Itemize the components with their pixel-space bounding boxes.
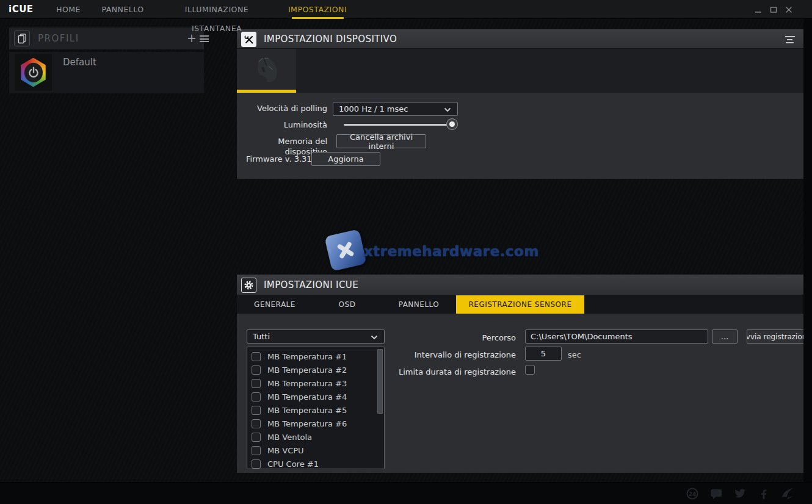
device-memory-label: Memoria del dispositivo — [237, 136, 327, 146]
start-recording-button[interactable]: Avvia registrazione — [747, 329, 803, 344]
list-item[interactable]: MB Temperatura #5 — [247, 403, 384, 417]
clear-internal-files-button[interactable]: Cancella archivi interni — [336, 134, 426, 148]
sensor-filter-dropdown[interactable]: Tutti — [247, 329, 385, 344]
sensor-list: MB Temperatura #1 MB Temperatura #2 MB T… — [247, 347, 385, 469]
polling-rate-value: 1000 Hz / 1 msec — [339, 104, 408, 113]
icue-settings-panel: IMPOSTAZIONI ICUE GENERALE OSD PANNELLO … — [237, 275, 803, 473]
profile-avatar — [15, 54, 52, 91]
sensor-label: MB Temperatura #1 — [267, 352, 347, 361]
twitter-icon[interactable] — [733, 486, 747, 501]
footer-bar: 24 — [0, 482, 812, 504]
sensor-label: MB Ventola — [267, 433, 312, 442]
tab-generale[interactable]: GENERALE — [237, 295, 313, 314]
list-item[interactable]: CPU Core #1 — [247, 457, 384, 470]
device-tab-mouse[interactable] — [237, 49, 296, 93]
checkbox-icon[interactable] — [252, 379, 261, 388]
checkbox-icon[interactable] — [252, 406, 261, 415]
list-item[interactable]: MB Ventola — [247, 430, 384, 444]
chat-icon[interactable] — [709, 486, 723, 501]
svg-text:24: 24 — [689, 491, 697, 497]
path-input[interactable] — [525, 329, 708, 344]
list-item[interactable]: MB VCPU — [247, 444, 384, 457]
watermark: xtremehardware.com — [324, 229, 488, 273]
checkbox-icon[interactable] — [252, 459, 261, 469]
chevron-down-icon — [371, 335, 378, 340]
sensor-label: CPU Core #1 — [267, 459, 319, 469]
chevron-down-icon — [444, 107, 451, 112]
pages-icon — [14, 31, 30, 46]
profiles-header: PROFILI + — [9, 27, 204, 49]
icue-panel-title: IMPOSTAZIONI ICUE — [264, 275, 358, 295]
window-edge — [803, 19, 812, 482]
icue-panel-header: IMPOSTAZIONI ICUE — [237, 275, 803, 295]
checkbox-icon[interactable] — [252, 352, 261, 361]
facebook-icon[interactable] — [756, 486, 771, 501]
brightness-label: Luminosità — [237, 120, 327, 130]
limit-duration-checkbox[interactable] — [525, 365, 535, 375]
brightness-slider-track[interactable] — [344, 124, 452, 126]
checkbox-icon[interactable] — [252, 365, 261, 375]
list-item[interactable]: MB Temperatura #2 — [247, 363, 384, 376]
device-panel-title: IMPOSTAZIONI DISPOSITIVO — [264, 29, 397, 49]
mouse-image — [248, 54, 285, 87]
device-tabstrip — [237, 49, 803, 93]
nav-illuminazione-istantanea[interactable]: ILLUMINAZIONE ISTANTANEA — [162, 0, 272, 19]
sensor-label: MB Temperatura #3 — [267, 379, 347, 388]
browse-button[interactable]: ... — [712, 329, 738, 344]
checkbox-icon[interactable] — [252, 392, 261, 401]
tab-pannello[interactable]: PANNELLO — [382, 295, 456, 314]
profile-item-default[interactable]: Default — [9, 52, 204, 93]
device-settings-panel: IMPOSTAZIONI DISPOSITIVO Velocità di pol… — [237, 29, 803, 179]
recording-interval-label: Intervallo di registrazione — [371, 350, 516, 360]
icue-tabstrip: GENERALE OSD PANNELLO REGISTRAZIONE SENS… — [237, 295, 803, 314]
tab-registrazione-sensore-active[interactable]: REGISTRAZIONE SENSORE — [456, 295, 584, 314]
gear-icon — [241, 278, 256, 293]
sensor-label: MB Temperatura #6 — [267, 419, 347, 428]
firmware-version-label: Firmware v. 3.31 — [246, 154, 312, 164]
checkbox-icon[interactable] — [252, 419, 261, 428]
list-item[interactable]: MB Temperatura #3 — [247, 376, 384, 390]
minimize-icon[interactable] — [752, 0, 765, 19]
close-icon[interactable] — [782, 0, 796, 19]
profile-name: Default — [63, 57, 96, 68]
sensor-label: MB Temperatura #4 — [267, 392, 347, 401]
watermark-text: xtremehardware.com — [364, 243, 539, 259]
interval-unit-label: sec — [568, 350, 581, 360]
path-label: Percorso — [396, 333, 516, 343]
polling-rate-label: Velocità di polling — [237, 103, 327, 113]
maximize-icon[interactable] — [767, 0, 780, 19]
icue-logo: iCUE — [9, 0, 34, 19]
nav-pannello[interactable]: PANNELLO — [96, 0, 149, 19]
recording-interval-input[interactable] — [525, 347, 562, 361]
device-tab-underline — [237, 90, 296, 93]
sensor-label: MB Temperatura #2 — [267, 365, 347, 375]
support-24-icon[interactable]: 24 — [685, 486, 700, 501]
corsair-icon[interactable] — [780, 486, 796, 501]
active-tab-underline — [292, 17, 344, 19]
title-bar: iCUE HOME PANNELLO ILLUMINAZIONE ISTANTA… — [0, 0, 812, 19]
profiles-title: PROFILI — [38, 27, 79, 49]
sensor-label: MB VCPU — [267, 446, 304, 455]
tab-osd[interactable]: OSD — [313, 295, 382, 314]
icue-profile-icon — [20, 58, 47, 87]
polling-rate-dropdown[interactable]: 1000 Hz / 1 msec — [333, 102, 458, 116]
device-panel-header: IMPOSTAZIONI DISPOSITIVO — [237, 29, 803, 49]
list-item[interactable]: MB Temperatura #1 — [247, 350, 384, 363]
xtremehardware-logo-icon — [324, 229, 367, 272]
nav-impostazioni-active[interactable]: IMPOSTAZIONI — [287, 0, 348, 19]
sensor-filter-value: Tutti — [253, 332, 270, 341]
checkbox-icon[interactable] — [252, 433, 261, 442]
brightness-slider-knob[interactable] — [446, 118, 458, 130]
list-item[interactable]: MB Temperatura #6 — [247, 417, 384, 430]
list-item[interactable]: MB Temperatura #4 — [247, 390, 384, 403]
firmware-update-button[interactable]: Aggiorna — [311, 152, 380, 166]
sensor-label: MB Temperatura #5 — [267, 406, 347, 415]
checkbox-icon[interactable] — [252, 446, 261, 455]
limit-duration-label: Limita durata di registrazione — [371, 367, 516, 377]
crossed-tools-icon — [241, 32, 256, 47]
panel-menu-icon[interactable] — [785, 36, 795, 45]
nav-home[interactable]: HOME — [51, 0, 85, 19]
